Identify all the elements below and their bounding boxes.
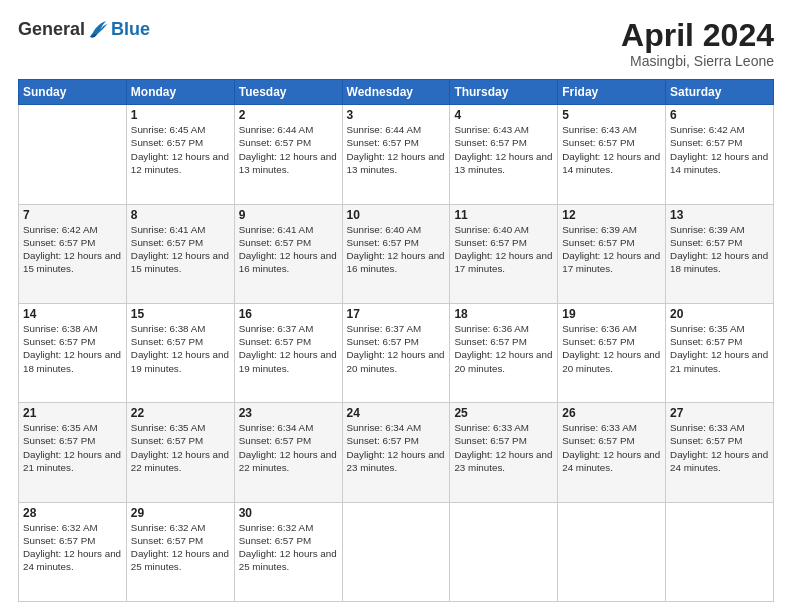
calendar-cell: 25 Sunrise: 6:33 AMSunset: 6:57 PMDaylig… — [450, 403, 558, 502]
day-header-friday: Friday — [558, 80, 666, 105]
day-info: Sunrise: 6:40 AMSunset: 6:57 PMDaylight:… — [347, 223, 446, 276]
day-number: 11 — [454, 208, 553, 222]
day-info: Sunrise: 6:40 AMSunset: 6:57 PMDaylight:… — [454, 223, 553, 276]
day-header-tuesday: Tuesday — [234, 80, 342, 105]
day-info: Sunrise: 6:44 AMSunset: 6:57 PMDaylight:… — [347, 123, 446, 176]
day-info: Sunrise: 6:32 AMSunset: 6:57 PMDaylight:… — [131, 521, 230, 574]
calendar-cell: 26 Sunrise: 6:33 AMSunset: 6:57 PMDaylig… — [558, 403, 666, 502]
calendar-cell: 30 Sunrise: 6:32 AMSunset: 6:57 PMDaylig… — [234, 502, 342, 601]
day-headers-row: SundayMondayTuesdayWednesdayThursdayFrid… — [19, 80, 774, 105]
day-info: Sunrise: 6:36 AMSunset: 6:57 PMDaylight:… — [454, 322, 553, 375]
calendar-body: 1 Sunrise: 6:45 AMSunset: 6:57 PMDayligh… — [19, 105, 774, 602]
calendar-cell: 1 Sunrise: 6:45 AMSunset: 6:57 PMDayligh… — [126, 105, 234, 204]
day-number: 28 — [23, 506, 122, 520]
calendar-cell: 22 Sunrise: 6:35 AMSunset: 6:57 PMDaylig… — [126, 403, 234, 502]
logo: General Blue — [18, 18, 150, 40]
calendar-cell: 15 Sunrise: 6:38 AMSunset: 6:57 PMDaylig… — [126, 303, 234, 402]
day-number: 22 — [131, 406, 230, 420]
calendar-cell: 23 Sunrise: 6:34 AMSunset: 6:57 PMDaylig… — [234, 403, 342, 502]
day-header-wednesday: Wednesday — [342, 80, 450, 105]
calendar-cell: 18 Sunrise: 6:36 AMSunset: 6:57 PMDaylig… — [450, 303, 558, 402]
day-number: 3 — [347, 108, 446, 122]
day-info: Sunrise: 6:38 AMSunset: 6:57 PMDaylight:… — [23, 322, 122, 375]
day-number: 20 — [670, 307, 769, 321]
calendar-cell: 28 Sunrise: 6:32 AMSunset: 6:57 PMDaylig… — [19, 502, 127, 601]
day-header-saturday: Saturday — [666, 80, 774, 105]
week-row-1: 1 Sunrise: 6:45 AMSunset: 6:57 PMDayligh… — [19, 105, 774, 204]
day-number: 8 — [131, 208, 230, 222]
day-info: Sunrise: 6:35 AMSunset: 6:57 PMDaylight:… — [131, 421, 230, 474]
calendar-cell: 8 Sunrise: 6:41 AMSunset: 6:57 PMDayligh… — [126, 204, 234, 303]
calendar-header: SundayMondayTuesdayWednesdayThursdayFrid… — [19, 80, 774, 105]
day-number: 29 — [131, 506, 230, 520]
calendar-cell: 27 Sunrise: 6:33 AMSunset: 6:57 PMDaylig… — [666, 403, 774, 502]
day-number: 30 — [239, 506, 338, 520]
calendar-cell: 9 Sunrise: 6:41 AMSunset: 6:57 PMDayligh… — [234, 204, 342, 303]
day-number: 18 — [454, 307, 553, 321]
day-info: Sunrise: 6:32 AMSunset: 6:57 PMDaylight:… — [239, 521, 338, 574]
day-info: Sunrise: 6:34 AMSunset: 6:57 PMDaylight:… — [347, 421, 446, 474]
day-info: Sunrise: 6:34 AMSunset: 6:57 PMDaylight:… — [239, 421, 338, 474]
week-row-5: 28 Sunrise: 6:32 AMSunset: 6:57 PMDaylig… — [19, 502, 774, 601]
day-number: 25 — [454, 406, 553, 420]
day-info: Sunrise: 6:38 AMSunset: 6:57 PMDaylight:… — [131, 322, 230, 375]
day-number: 10 — [347, 208, 446, 222]
calendar-cell: 20 Sunrise: 6:35 AMSunset: 6:57 PMDaylig… — [666, 303, 774, 402]
day-info: Sunrise: 6:41 AMSunset: 6:57 PMDaylight:… — [239, 223, 338, 276]
day-number: 17 — [347, 307, 446, 321]
day-info: Sunrise: 6:33 AMSunset: 6:57 PMDaylight:… — [454, 421, 553, 474]
calendar-cell: 19 Sunrise: 6:36 AMSunset: 6:57 PMDaylig… — [558, 303, 666, 402]
calendar-cell: 3 Sunrise: 6:44 AMSunset: 6:57 PMDayligh… — [342, 105, 450, 204]
day-info: Sunrise: 6:42 AMSunset: 6:57 PMDaylight:… — [670, 123, 769, 176]
calendar-cell: 29 Sunrise: 6:32 AMSunset: 6:57 PMDaylig… — [126, 502, 234, 601]
logo-text: General Blue — [18, 18, 150, 40]
day-info: Sunrise: 6:43 AMSunset: 6:57 PMDaylight:… — [562, 123, 661, 176]
day-number: 21 — [23, 406, 122, 420]
day-info: Sunrise: 6:39 AMSunset: 6:57 PMDaylight:… — [562, 223, 661, 276]
day-header-thursday: Thursday — [450, 80, 558, 105]
day-number: 24 — [347, 406, 446, 420]
day-info: Sunrise: 6:35 AMSunset: 6:57 PMDaylight:… — [23, 421, 122, 474]
day-number: 9 — [239, 208, 338, 222]
month-title: April 2024 — [621, 18, 774, 53]
week-row-2: 7 Sunrise: 6:42 AMSunset: 6:57 PMDayligh… — [19, 204, 774, 303]
day-info: Sunrise: 6:44 AMSunset: 6:57 PMDaylight:… — [239, 123, 338, 176]
day-number: 23 — [239, 406, 338, 420]
logo-bird-icon — [87, 18, 109, 40]
day-number: 15 — [131, 307, 230, 321]
day-number: 5 — [562, 108, 661, 122]
day-header-sunday: Sunday — [19, 80, 127, 105]
calendar-cell — [558, 502, 666, 601]
day-info: Sunrise: 6:32 AMSunset: 6:57 PMDaylight:… — [23, 521, 122, 574]
day-info: Sunrise: 6:37 AMSunset: 6:57 PMDaylight:… — [347, 322, 446, 375]
calendar-cell: 17 Sunrise: 6:37 AMSunset: 6:57 PMDaylig… — [342, 303, 450, 402]
calendar-cell: 2 Sunrise: 6:44 AMSunset: 6:57 PMDayligh… — [234, 105, 342, 204]
calendar-cell — [666, 502, 774, 601]
calendar-cell — [19, 105, 127, 204]
logo-general: General — [18, 19, 85, 40]
day-info: Sunrise: 6:45 AMSunset: 6:57 PMDaylight:… — [131, 123, 230, 176]
day-info: Sunrise: 6:37 AMSunset: 6:57 PMDaylight:… — [239, 322, 338, 375]
calendar-cell: 10 Sunrise: 6:40 AMSunset: 6:57 PMDaylig… — [342, 204, 450, 303]
day-info: Sunrise: 6:43 AMSunset: 6:57 PMDaylight:… — [454, 123, 553, 176]
calendar-cell: 14 Sunrise: 6:38 AMSunset: 6:57 PMDaylig… — [19, 303, 127, 402]
day-number: 27 — [670, 406, 769, 420]
page: General Blue April 2024 Masingbi, Sierra… — [0, 0, 792, 612]
calendar-cell: 4 Sunrise: 6:43 AMSunset: 6:57 PMDayligh… — [450, 105, 558, 204]
day-number: 13 — [670, 208, 769, 222]
calendar-cell: 16 Sunrise: 6:37 AMSunset: 6:57 PMDaylig… — [234, 303, 342, 402]
day-info: Sunrise: 6:42 AMSunset: 6:57 PMDaylight:… — [23, 223, 122, 276]
day-number: 1 — [131, 108, 230, 122]
day-info: Sunrise: 6:35 AMSunset: 6:57 PMDaylight:… — [670, 322, 769, 375]
day-info: Sunrise: 6:39 AMSunset: 6:57 PMDaylight:… — [670, 223, 769, 276]
calendar-cell — [342, 502, 450, 601]
week-row-3: 14 Sunrise: 6:38 AMSunset: 6:57 PMDaylig… — [19, 303, 774, 402]
day-number: 4 — [454, 108, 553, 122]
calendar-table: SundayMondayTuesdayWednesdayThursdayFrid… — [18, 79, 774, 602]
calendar-cell: 21 Sunrise: 6:35 AMSunset: 6:57 PMDaylig… — [19, 403, 127, 502]
calendar-cell: 11 Sunrise: 6:40 AMSunset: 6:57 PMDaylig… — [450, 204, 558, 303]
day-number: 6 — [670, 108, 769, 122]
subtitle: Masingbi, Sierra Leone — [621, 53, 774, 69]
logo-blue: Blue — [111, 19, 150, 40]
day-number: 2 — [239, 108, 338, 122]
